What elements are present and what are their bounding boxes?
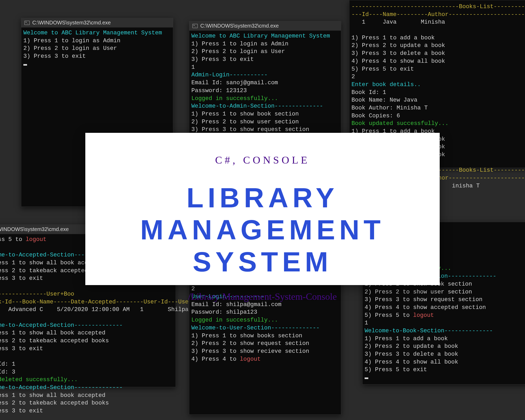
userbook-header: ---------------User+Boo [0,291,74,297]
welcome-line: Welcome to ABC Library Management System [191,33,330,39]
menu-line-logout: 4) Press 4 to logout [191,356,261,363]
field-line: Id: 3 [0,369,15,375]
menu-line: 2) Press 2 to update a book [351,42,445,49]
cmd-icon [192,24,198,28]
menu-line: 3) Press 3 to delete a book [365,351,458,358]
field-line: Book Name: New Java [351,97,417,103]
user-input: 2 [351,74,355,80]
email-line: Email Id: sanoj@gmail.com [191,80,278,86]
enter-details: Enter book details.. [351,81,421,88]
menu-line: 1) Press 1 to show books section [191,333,302,339]
menu-line: ress 3 to exit [0,345,43,352]
menu-line: ress 1 to show all book accepted [0,330,105,336]
menu-line: 4) Press 4 to show all book [351,58,445,65]
book-updated: Book updated successfully... [351,120,449,127]
field-line: Book Id: 1 [351,89,386,96]
title-card: C#, CONSOLE LIBRARY MANAGEMENT SYSTEM /L… [85,133,440,285]
menu-line: ress 1 to show all book accepted [0,392,105,399]
books-list-header: -------------------------------Books-Lis… [351,3,525,10]
menu-line: 1) Press 1 to login as Admin [23,38,120,44]
admin-section-header: Welcome-to-Admin-Section-------------- [191,103,323,109]
menu-line: 1) Press 1 to add a book [365,335,448,342]
menu-line: ress 3 to exit [0,408,43,414]
accepted-header: ome-to-Accepted-Section-------------- [0,384,123,391]
menu-line: 3) Press 3 to exit [191,56,254,63]
menu-line: 3) Press 3 to delete a book [351,50,445,57]
field-line: Book Author: Minisha T [351,105,428,111]
table-row: 1 Java Minisha 3 [351,19,525,25]
field-line: Id: 1 [0,361,15,368]
menu-line: 4) Press 4 to show accepted section [365,304,486,311]
user-section-header: Welcome-to-User-Section-------------- [191,325,319,331]
menu-line-logout: 5) Press 5 to logout [365,312,434,319]
menu-line: 2) Press 2 to login as User [191,48,285,55]
book-section-header: Welcome-to-Book-Section-------------- [365,328,493,334]
user-input: 1 [365,320,368,326]
menu-line: 3) Press 3 to show request section [191,126,309,133]
menu-line: ress 2 to takeback accepted books [0,400,109,406]
menu-line-logout: ess 5 to logout [0,236,46,243]
menu-line: 2) Press 2 to show request section [191,340,309,347]
card-title: LIBRARY MANAGEMENT SYSTEM [101,182,424,278]
terminal-window-5: 2) Press 2 to login as User 3) Press 3 t… [189,268,341,415]
table-row: Advanced C 5/20/2020 12:00:00 AM 1 Shilp… [0,306,192,313]
menu-line: 4) Press 4 to show all book [365,359,458,365]
menu-line: 1) Press 1 to show book section [191,111,299,117]
window-title: C:\WINDOWS\system32\cmd.exe [32,20,111,26]
cursor [23,64,27,66]
menu-line: ress 2 to takeback accepted books [0,338,109,344]
titlebar: C:\WINDOWS\system32\cmd.exe [21,18,173,28]
logged-in-line: Logged in successfully... [191,95,278,102]
logged-in-line: Logged in successfully... [191,317,278,323]
card-path: /Library-Management-System-Console [101,291,424,302]
menu-line: 5) Press 5 to exit [351,66,414,72]
cmd-icon [24,21,30,25]
welcome-line: Welcome to ABC Library Management System [23,30,162,36]
menu-line: 1) Press 1 to login as Admin [191,41,288,47]
terminal-body[interactable]: Welcome to ABC Library Management System… [21,28,173,73]
menu-line: 2) Press 2 to login as User [23,45,117,52]
email-line: Email Id: shilpa@gmail.com [191,301,281,308]
menu-line: 2) Press 2 to show user section [191,119,299,125]
menu-line: 1) Press 1 to add a book [351,35,435,41]
window-title: \WINDOWS\system32\cmd.exe [0,226,69,232]
card-subtitle: C#, CONSOLE [101,154,424,166]
menu-line: 5) Press 5 to exit [365,366,427,373]
password-line: Password: 123123 [191,87,247,94]
admin-login-header: Admin-Login----------- [191,72,267,78]
field-line: Book Copies: 6 [351,113,400,119]
titlebar: C:\WINDOWS\system32\cmd.exe [189,21,341,31]
books-list-cols: ---Id----Name---------Author------------… [351,11,525,18]
menu-line: 3) Press 3 to exit [23,53,86,60]
menu-line: 3) Press 3 to show recieve section [191,348,309,355]
user-input: 1 [191,64,195,71]
menu-line: 2) Press 2 to update a book [365,343,458,350]
cursor [365,377,368,379]
window-title: C:\WINDOWS\system32\cmd.exe [200,23,279,29]
menu-line: ress 3 to exit [0,275,43,282]
accepted-header: ome-to-Accepted-Section-------------- [0,322,123,329]
deleted-line: deleted successfully... [0,376,78,383]
password-line: Password: shilpa123 [191,309,257,316]
